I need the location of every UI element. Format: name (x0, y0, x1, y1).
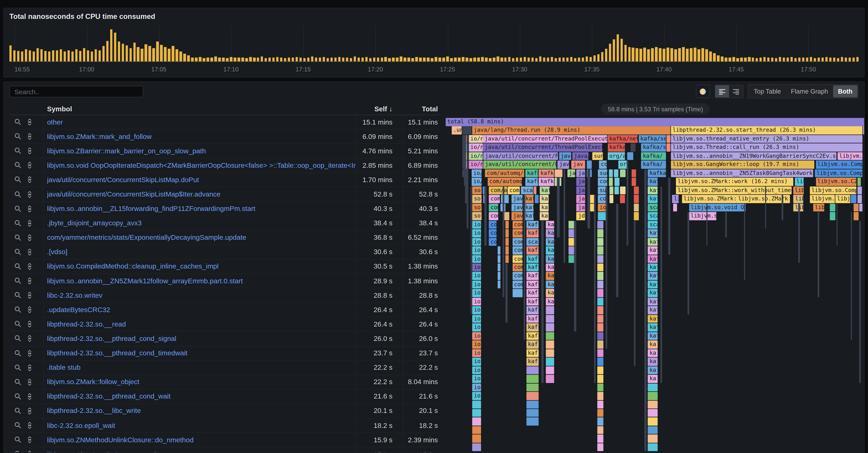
flame-block[interactable] (620, 186, 626, 194)
flame-block[interactable]: io/ne (469, 143, 483, 152)
flame-block[interactable] (546, 332, 554, 340)
flame-block[interactable] (597, 323, 603, 331)
flame-block[interactable] (597, 400, 603, 409)
flame-block[interactable]: kafk (526, 255, 538, 263)
flame-block[interactable]: io/ (472, 298, 481, 306)
flame-block[interactable]: libjv (836, 195, 850, 203)
flame-block[interactable]: libjvm.so.Compi (816, 161, 863, 169)
symbol-link[interactable]: libc-2.32.so.writev (47, 291, 102, 299)
flame-block[interactable]: libjvm.so.GangWorker::loop (19.7 mins) (671, 161, 814, 169)
flame-block-unlabeled[interactable] (687, 212, 689, 314)
align-left-button[interactable] (715, 85, 729, 97)
flame-block[interactable]: kafka/r (608, 143, 625, 152)
flame-block[interactable] (648, 400, 658, 409)
sandwich-view-icon[interactable] (26, 393, 33, 400)
flame-block[interactable] (568, 238, 574, 246)
symbol-link[interactable]: libjvm.so..annobin__ZN5ZMark12follow_arr… (47, 277, 243, 285)
flame-block-unlabeled[interactable] (557, 178, 560, 237)
flame-block[interactable]: kaf (648, 289, 658, 297)
sandwich-view-icon[interactable] (26, 292, 33, 299)
sandwich-view-icon[interactable] (26, 147, 33, 155)
flame-block[interactable]: org/apa (608, 152, 625, 160)
flame-block[interactable]: kaf (648, 195, 658, 203)
flame-block[interactable]: sca (648, 221, 658, 229)
symbol-link[interactable]: .updateBytesCRC32 (47, 306, 110, 314)
search-symbol-icon[interactable] (14, 249, 22, 256)
flame-block[interactable]: libjvm.so.ZMark::work (16.2 mins) (676, 178, 794, 186)
sandwich-view-icon[interactable] (26, 451, 33, 453)
flame-block[interactable]: libj (813, 203, 824, 212)
flame-block[interactable] (472, 418, 481, 426)
flame-block[interactable]: com, (513, 272, 523, 280)
sandwich-view-icon[interactable] (26, 364, 33, 371)
search-symbol-icon[interactable] (14, 407, 22, 415)
flame-block[interactable] (634, 203, 639, 212)
flame-block[interactable]: lib (672, 195, 679, 203)
flame-block[interactable]: kaf (526, 358, 538, 366)
flame-block[interactable]: io/ (472, 281, 481, 289)
flame-block[interactable] (597, 375, 603, 383)
flame-block[interactable]: kafka/ (539, 169, 554, 177)
flame-block[interactable]: kaf (648, 272, 658, 280)
symbol-link[interactable]: libjvm.so.ClassLoaderData::oops_do (47, 450, 160, 453)
flame-block[interactable] (634, 212, 639, 220)
flame-block[interactable] (609, 186, 614, 194)
flame-block[interactable]: ka (546, 255, 554, 263)
flame-block-unlabeled[interactable] (851, 212, 852, 340)
flame-block[interactable] (620, 169, 625, 177)
flame-block[interactable]: io/ (472, 315, 481, 323)
symbol-link[interactable]: .itable stub (47, 364, 81, 371)
flame-block[interactable]: cor (489, 229, 497, 237)
flame-block[interactable]: kafk (526, 246, 538, 254)
flame-block[interactable]: sca (648, 212, 658, 220)
flame-block[interactable]: io/ (472, 375, 481, 383)
flame-block-unlabeled[interactable] (765, 186, 766, 229)
flame-block[interactable]: kaf (648, 246, 658, 254)
sandwich-view-icon[interactable] (26, 379, 33, 386)
flame-block[interactable] (597, 349, 603, 357)
flame-block[interactable] (526, 392, 538, 400)
flame-block-unlabeled[interactable] (645, 169, 647, 451)
flame-block[interactable]: sun (592, 152, 603, 160)
symbol-link[interactable]: libjvm.so..annobin__ZL15forwarding_findP… (47, 205, 255, 213)
symbol-link[interactable]: com/yammer/metrics/stats/ExponentiallyDe… (47, 234, 246, 241)
flame-block[interactable] (597, 289, 603, 297)
flame-block[interactable]: io/ (472, 238, 481, 246)
flame-block[interactable] (597, 383, 603, 391)
flame-block[interactable]: con (489, 221, 497, 229)
flame-block[interactable] (505, 255, 508, 263)
flame-block[interactable] (597, 409, 603, 417)
flame-block[interactable]: kafka/netwo (608, 135, 638, 143)
flame-block[interactable]: kaf (648, 238, 658, 246)
flame-block[interactable]: sof (472, 186, 482, 194)
flame-block-unlabeled[interactable] (503, 186, 504, 297)
flame-block[interactable]: libjvm.so..annobin__ZN5ZTask8GangTask4wo… (671, 169, 813, 177)
flame-block[interactable] (568, 246, 574, 254)
flame-block[interactable] (526, 409, 538, 417)
flame-block-unlabeled[interactable] (634, 221, 636, 366)
flame-block[interactable]: kafk (526, 289, 538, 297)
flame-block[interactable]: .un (452, 127, 462, 134)
flame-block[interactable] (854, 203, 859, 212)
sandwich-view-icon[interactable] (26, 335, 33, 342)
flame-block[interactable]: kaf (648, 186, 658, 194)
flame-block[interactable]: jav (577, 203, 585, 212)
flame-block-unlabeled[interactable] (725, 212, 727, 237)
flame-block-unlabeled[interactable] (817, 212, 819, 297)
align-justify-button[interactable] (729, 85, 743, 97)
flame-block[interactable] (498, 255, 501, 263)
flame-block[interactable] (546, 375, 554, 383)
flame-block[interactable] (568, 255, 574, 263)
flame-block[interactable]: java/util/concurrent/FutureT (484, 152, 558, 160)
flame-block[interactable] (498, 281, 501, 289)
flame-block[interactable]: java/u (572, 152, 589, 160)
flame-block[interactable]: kafk (526, 281, 538, 289)
flame-block[interactable]: io/ (472, 349, 481, 357)
search-symbol-icon[interactable] (14, 162, 22, 169)
flame-block[interactable]: libjvm.so (689, 212, 716, 220)
flame-block[interactable]: com/aut (489, 186, 507, 194)
flame-block-unlabeled[interactable] (626, 161, 629, 246)
flame-block[interactable]: kafka/ (641, 152, 666, 160)
flame-block-unlabeled[interactable] (706, 203, 707, 246)
flame-block[interactable]: com (599, 161, 607, 169)
